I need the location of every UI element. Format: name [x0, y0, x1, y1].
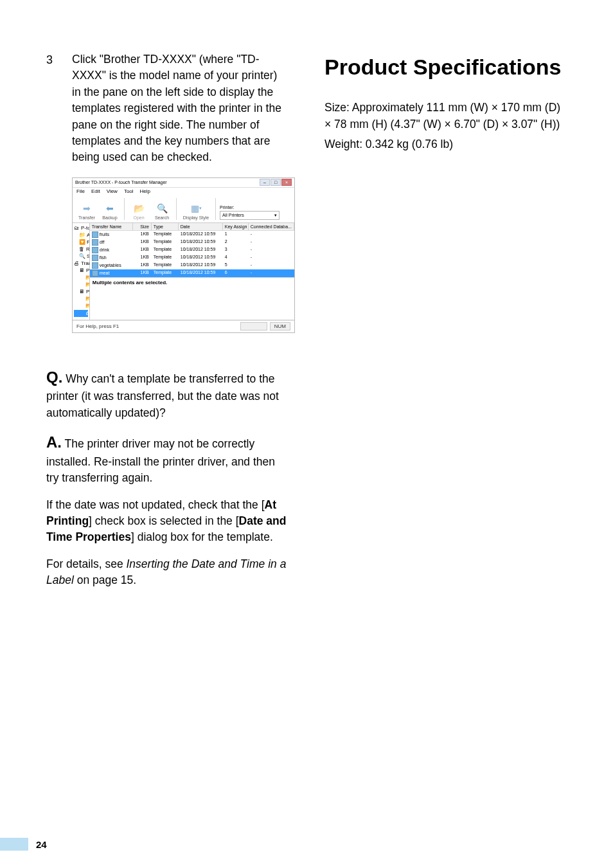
folder-icon: 📂	[85, 296, 90, 302]
menu-edit[interactable]: Edit	[91, 189, 100, 194]
table-cell: -	[249, 269, 294, 277]
open-icon: 📂	[132, 203, 145, 214]
footer-accent-bar	[0, 838, 28, 851]
table-cell: -	[249, 246, 294, 254]
pc-icon: 🖥	[79, 289, 84, 295]
tree-item-pc-2[interactable]: 🖥PC (Brother TD-XXXX)	[74, 289, 88, 296]
q-text: Why can't a template be transferred to t…	[46, 372, 279, 419]
tree-item-search-results[interactable]: 🔍Search Results	[74, 253, 88, 260]
menu-view[interactable]: View	[107, 189, 118, 194]
transfer-button[interactable]: ➡ Transfer	[76, 203, 97, 220]
tree-root-transfer-manager[interactable]: 🖨 Transfer Manager	[74, 260, 88, 267]
table-header: Transfer Name Size Type Date Key Assign …	[90, 223, 294, 231]
table-cell: 4	[223, 254, 249, 262]
templates-table: Transfer Name Size Type Date Key Assign …	[90, 223, 294, 277]
status-numlock: NUM	[270, 322, 290, 330]
table-cell: Template	[152, 231, 179, 239]
window-titlebar: Brother TD-XXXX - P-touch Transfer Manag…	[73, 178, 294, 188]
table-cell: 10/18/2012 10:59	[179, 254, 223, 262]
open-button[interactable]: 📂 Open	[129, 203, 149, 220]
answer-paragraph-2: If the date was not updated, check that …	[46, 497, 289, 546]
table-row[interactable]: vegetables1KBTemplate10/18/2012 10:595-	[90, 262, 294, 269]
answer-paragraph-3: For details, see Inserting the Date and …	[46, 556, 289, 589]
tree-item-configurations-2[interactable]: 📂Configurations	[74, 296, 88, 303]
tree-item-backups-1[interactable]: 📂Backups	[74, 282, 88, 289]
p3-pre: For details, see	[46, 557, 127, 570]
col-date[interactable]: Date	[179, 223, 223, 230]
tree-item-selected-printer[interactable]: 🖨Brother TD-XXXX	[74, 310, 88, 317]
table-cell: -	[249, 254, 294, 262]
tree-item-all-contents[interactable]: 📁All Contents	[74, 232, 88, 239]
table-cell: drink	[90, 246, 133, 254]
col-type[interactable]: Type	[152, 223, 179, 230]
table-cell: 1KB	[133, 254, 152, 262]
menu-tool[interactable]: Tool	[124, 189, 134, 194]
printer-dropdown[interactable]: All Printers ▾	[220, 211, 280, 220]
spec-weight: Weight: 0.342 kg (0.76 lb)	[324, 136, 567, 152]
status-bar: For Help, press F1 NUM	[73, 320, 294, 332]
folder-icon: 📁	[79, 233, 85, 239]
table-cell: 1KB	[133, 239, 152, 246]
template-icon	[92, 239, 98, 246]
step-number: 3	[46, 51, 60, 166]
printer-value: All Printers	[222, 213, 244, 217]
tree-item-pc-1[interactable]: 🖥PC (Brother TD-XXXX)	[74, 267, 88, 275]
table-cell: meat	[90, 269, 133, 277]
col-connected-db[interactable]: Connected Databa...	[249, 223, 294, 230]
step-text: Click "Brother TD-XXXX" (where "TD-XXXX"…	[72, 51, 289, 166]
col-size[interactable]: Size	[133, 223, 152, 230]
library-icon: 🗂	[74, 226, 79, 231]
display-style-icon: ▦▾	[190, 203, 202, 214]
search-button[interactable]: 🔍 Search	[152, 203, 172, 220]
tree-item-recycle-bin[interactable]: 🗑Recycle Bin	[74, 246, 88, 253]
template-icon	[92, 247, 98, 253]
menu-file[interactable]: File	[76, 189, 85, 194]
tree-root-library[interactable]: 🗂 P-touch Library	[74, 225, 88, 232]
col-key-assign[interactable]: Key Assign	[223, 223, 249, 230]
tree-item-filter[interactable]: 🔽Filter	[74, 239, 88, 246]
table-cell: Template	[152, 246, 179, 254]
window-minimize-button[interactable]: –	[260, 179, 270, 186]
table-row[interactable]: meat1KBTemplate10/18/2012 10:596-	[90, 269, 294, 277]
toolbar-separator	[124, 198, 125, 220]
tree-item-configurations-1[interactable]: 📂Configurations	[74, 275, 88, 282]
qa-section: Q. Why can't a template be transferred t…	[46, 366, 289, 589]
table-cell: 2	[223, 239, 249, 246]
table-cell: 1KB	[133, 269, 152, 277]
backup-button[interactable]: ⬅ Backup	[100, 203, 120, 220]
table-cell: 10/18/2012 10:59	[179, 269, 223, 277]
menu-help[interactable]: Help	[140, 189, 150, 194]
table-cell: 3	[223, 246, 249, 254]
table-row[interactable]: drink1KBTemplate10/18/2012 10:593-	[90, 246, 294, 254]
dropdown-arrow-icon: ▾	[274, 213, 277, 217]
table-row[interactable]: dff1KBTemplate10/18/2012 10:592-	[90, 239, 294, 246]
p2-pre: If the date was not updated, check that …	[46, 498, 265, 511]
table-cell: 10/18/2012 10:59	[179, 262, 223, 269]
table-row[interactable]: fruits1KBTemplate10/18/2012 10:591-	[90, 231, 294, 239]
section-title: Product Specifications	[324, 51, 567, 83]
backup-label: Backup	[102, 215, 117, 220]
tree-root-label: P-touch Library	[81, 226, 90, 231]
tree-item-backups-2[interactable]: 📂Backups	[74, 303, 88, 310]
table-cell: fruits	[90, 231, 133, 239]
col-transfer-name[interactable]: Transfer Name	[90, 223, 133, 230]
status-text: For Help, press F1	[76, 324, 119, 329]
display-style-button[interactable]: ▦▾ Display Style	[181, 203, 211, 220]
window-close-button[interactable]: ×	[281, 179, 292, 186]
open-label: Open	[133, 215, 144, 220]
transfer-icon: ➡	[80, 203, 93, 214]
folder-icon: 📂	[85, 275, 90, 281]
q-prefix: Q.	[46, 368, 62, 386]
preview-pane: Multiple contents are selected.	[90, 277, 294, 320]
spec-size: Size: Approximately 111 mm (W) × 170 mm …	[324, 100, 567, 132]
right-column: Product Specifications Size: Approximate…	[324, 51, 567, 810]
window-maximize-button[interactable]: □	[271, 179, 281, 186]
backup-icon: ⬅	[103, 203, 116, 214]
table-row[interactable]: fish1KBTemplate10/18/2012 10:594-	[90, 254, 294, 262]
ptouch-transfer-manager-screenshot: Brother TD-XXXX - P-touch Transfer Manag…	[72, 177, 295, 333]
tree-pane[interactable]: 🗂 P-touch Library 📁All Contents 🔽Filter …	[73, 223, 90, 320]
table-cell: 1KB	[133, 262, 152, 269]
table-cell: Template	[152, 254, 179, 262]
table-cell: Template	[152, 239, 179, 246]
search-results-icon: 🔍	[79, 254, 85, 260]
